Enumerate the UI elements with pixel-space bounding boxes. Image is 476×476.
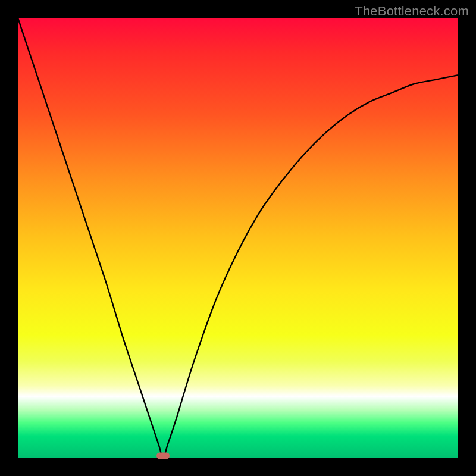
watermark-text: TheBottleneck.com — [355, 4, 469, 19]
chart-plot-area — [18, 18, 458, 458]
bottleneck-curve — [18, 18, 458, 458]
optimal-point-marker — [156, 453, 170, 459]
